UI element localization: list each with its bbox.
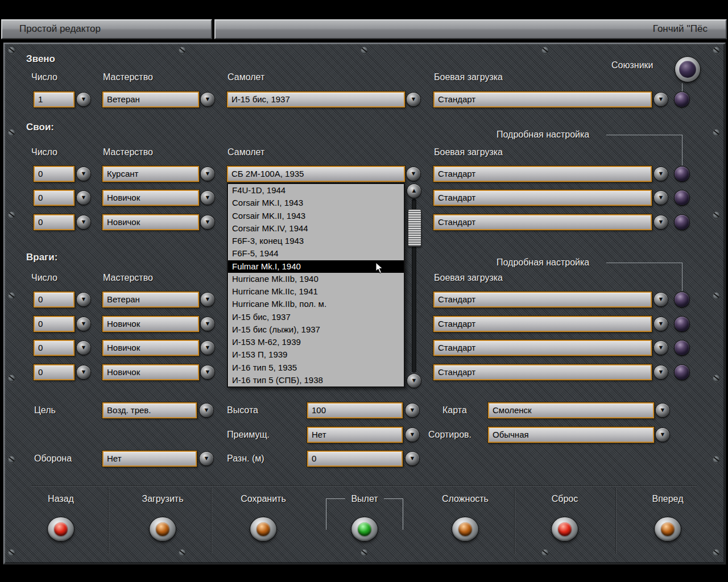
altitude-arrow-button[interactable]: ▼ [406,404,419,417]
back-button[interactable] [48,517,74,541]
sorting-dropdown[interactable]: Обычная [488,427,654,443]
aircraft-dropdown-item[interactable]: F6F-5, 1944 [228,247,404,260]
enemy-number-field[interactable]: 0 [34,364,75,380]
friendly-skill-arrow-button[interactable]: ▼ [201,167,214,181]
forward-button[interactable] [655,517,681,541]
friendly-loadout-arrow-button[interactable]: ▼ [654,191,668,205]
aircraft-dropdown-list[interactable]: F4U-1D, 1944Corsair MK.I, 1943Corsair MK… [227,183,405,388]
friendly-number-arrow-button[interactable]: ▼ [77,167,90,181]
enemy-loadout-arrow-button[interactable]: ▼ [654,317,668,331]
enemy-detail-indicator-button[interactable] [675,292,689,307]
aircraft-dropdown-item[interactable]: Corsair MK.I, 1943 [228,197,404,209]
allies-toggle-button[interactable] [675,57,700,82]
enemy-skill-dropdown[interactable]: Новичок [102,340,199,356]
target-dropdown[interactable]: Возд. трев. [102,402,197,418]
reset-button[interactable] [552,517,578,541]
aircraft-dropdown-item[interactable]: Corsair MK.IV, 1944 [228,222,404,235]
enemy-number-arrow-button[interactable]: ▼ [77,341,90,355]
friendly-loadout-dropdown[interactable]: Стандарт [433,190,652,206]
enemy-loadout-arrow-button[interactable]: ▼ [654,341,668,355]
spread-dropdown[interactable]: 0 [307,451,403,467]
load-button[interactable] [150,517,176,541]
aircraft-dropdown-item[interactable]: Hurricane Mk.IIb, пол. м. [228,298,404,310]
enemy-loadout-dropdown[interactable]: Стандарт [433,364,652,380]
flight-detail-indicator-button[interactable] [675,92,689,107]
enemy-loadout-dropdown[interactable]: Стандарт [433,316,652,332]
scroll-up-button[interactable]: ▲ [407,184,421,198]
map-dropdown[interactable]: Смоленск [488,402,654,418]
advantage-dropdown[interactable]: Нет [307,427,403,443]
aircraft-dropdown-item[interactable]: И-16 тип 5, 1935 [228,361,404,374]
friendly-skill-dropdown[interactable]: Новичок [102,214,199,230]
flight-skill-arrow-button[interactable]: ▼ [201,93,214,106]
target-arrow-button[interactable]: ▼ [200,404,213,417]
enemy-number-field[interactable]: 0 [34,340,75,356]
scroll-down-button[interactable]: ▼ [407,374,421,388]
friendly-number-arrow-button[interactable]: ▼ [77,215,90,229]
aircraft-dropdown-item[interactable]: F4U-1D, 1944 [228,184,404,197]
aircraft-dropdown-item[interactable]: И-15 бис (лыжи), 1937 [228,323,404,336]
friendly-detail-indicator-button[interactable] [675,215,689,230]
aircraft-dropdown-item[interactable]: И-16 тип 5 (СПБ), 1938 [228,374,404,386]
enemy-number-field[interactable]: 0 [34,316,75,332]
aircraft-dropdown-item[interactable]: F6F-3, конец 1943 [228,235,404,247]
altitude-dropdown[interactable]: 100 [307,402,403,418]
enemy-loadout-dropdown[interactable]: Стандарт [433,292,652,307]
enemy-number-arrow-button[interactable]: ▼ [77,365,90,379]
friendly-number-arrow-button[interactable]: ▼ [77,191,90,205]
aircraft-dropdown-item[interactable]: И-153 М-62, 1939 [228,336,404,348]
enemy-number-field[interactable]: 0 [34,292,75,307]
flight-aircraft-dropdown[interactable]: И-15 бис, 1937 [227,92,405,107]
flight-aircraft-arrow-button[interactable]: ▼ [407,93,420,106]
enemy-detail-indicator-button[interactable] [675,317,689,331]
flight-number-arrow-button[interactable]: ▼ [77,93,90,106]
friendly-skill-arrow-button[interactable]: ▼ [201,191,214,205]
scrollbar-thumb[interactable] [408,209,421,247]
friendly-number-field[interactable]: 0 [34,214,75,230]
aircraft-dropdown-item[interactable]: Hurricane Mk.IIc, 1941 [228,285,404,298]
flight-number-field[interactable]: 1 [34,92,75,107]
flight-loadout-dropdown[interactable]: Стандарт [433,92,652,107]
friendly-aircraft-combo[interactable]: СБ 2М-100А, 1935 [227,166,405,182]
friendly-detail-indicator-button[interactable] [675,190,689,205]
friendly-loadout-dropdown[interactable]: Стандарт [433,166,652,182]
friendly-number-field[interactable]: 0 [34,166,75,182]
enemy-detail-indicator-button[interactable] [675,365,689,380]
friendly-number-field[interactable]: 0 [34,190,75,206]
spread-arrow-button[interactable]: ▼ [406,452,419,465]
fly-button[interactable] [351,517,378,541]
friendly-detail-indicator-button[interactable] [675,167,689,181]
flight-loadout-arrow-button[interactable]: ▼ [654,93,668,106]
friendly-aircraft-arrow-button[interactable]: ▼ [407,167,420,181]
difficulty-button[interactable] [452,517,478,541]
aircraft-dropdown-item[interactable]: И-153 П, 1939 [228,348,404,361]
enemy-skill-dropdown[interactable]: Ветеран [102,292,199,307]
friendly-skill-dropdown[interactable]: Курсант [102,166,199,182]
friendly-loadout-arrow-button[interactable]: ▼ [654,167,668,181]
flight-skill-dropdown[interactable]: Ветеран [102,92,199,107]
sorting-arrow-button[interactable]: ▼ [656,428,669,442]
enemy-skill-arrow-button[interactable]: ▼ [201,317,214,331]
map-arrow-button[interactable]: ▼ [656,404,669,417]
enemy-loadout-arrow-button[interactable]: ▼ [654,365,668,379]
enemy-number-arrow-button[interactable]: ▼ [77,293,90,306]
friendly-loadout-dropdown[interactable]: Стандарт [433,214,652,230]
enemy-loadout-arrow-button[interactable]: ▼ [654,293,668,306]
enemy-skill-dropdown[interactable]: Новичок [102,316,199,332]
defense-dropdown[interactable]: Нет [102,451,197,467]
defense-arrow-button[interactable]: ▼ [200,452,213,465]
enemy-detail-indicator-button[interactable] [675,340,689,355]
aircraft-dropdown-item[interactable]: Corsair MK.II, 1943 [228,210,404,222]
enemy-number-arrow-button[interactable]: ▼ [77,317,90,331]
friendly-skill-dropdown[interactable]: Новичок [102,190,199,206]
advantage-arrow-button[interactable]: ▼ [406,428,419,442]
aircraft-dropdown-item[interactable]: И-15 бис, 1937 [228,311,404,323]
save-button[interactable] [250,517,276,541]
friendly-loadout-arrow-button[interactable]: ▼ [654,215,668,229]
enemy-skill-arrow-button[interactable]: ▼ [201,365,214,379]
enemy-skill-arrow-button[interactable]: ▼ [201,341,214,355]
enemy-loadout-dropdown[interactable]: Стандарт [433,340,652,356]
friendly-skill-arrow-button[interactable]: ▼ [201,215,214,229]
enemy-skill-dropdown[interactable]: Новичок [102,364,199,380]
enemy-skill-arrow-button[interactable]: ▼ [201,293,214,306]
